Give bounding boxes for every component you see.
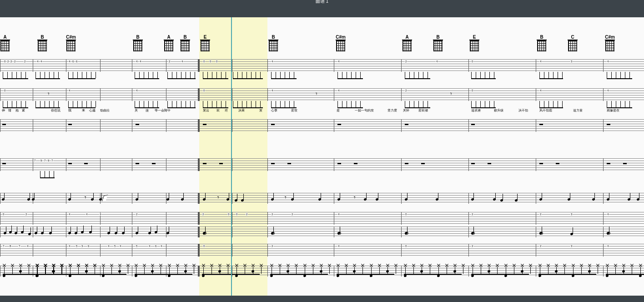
lyric-syllable[interactable]: 决不怕 xyxy=(518,108,528,113)
lyric-syllable[interactable]: 爱双倾 xyxy=(418,108,428,113)
guitar1-tab[interactable]: 0222244466442400044240434 xyxy=(0,59,644,72)
snare[interactable] xyxy=(420,270,423,273)
snare[interactable] xyxy=(386,270,389,273)
tab-fret[interactable]: 4 xyxy=(148,245,151,247)
whole-note[interactable] xyxy=(404,232,409,235)
tab-fret[interactable]: 6 xyxy=(72,60,74,63)
tab-fret[interactable]: 4 xyxy=(99,213,101,216)
kick[interactable] xyxy=(504,274,507,277)
tab-fret[interactable]: 8 xyxy=(9,245,11,247)
bass-tab[interactable]: 024442200222402234 xyxy=(0,212,644,225)
lyric-syllable[interactable]: 发 xyxy=(259,108,262,113)
tab-fret[interactable]: 4 xyxy=(40,60,42,63)
tab-fret[interactable]: 0 xyxy=(203,89,205,92)
tab-fret[interactable]: 5 xyxy=(114,245,116,247)
lyric-syllable[interactable]: 挂 xyxy=(146,108,149,113)
lyric-syllable[interactable]: 等一会附中 xyxy=(155,108,171,113)
tab-fret[interactable]: 4 xyxy=(337,213,340,216)
tab-fret[interactable]: 7 xyxy=(18,245,20,247)
tab-fret[interactable]: 4 xyxy=(107,245,110,247)
tab-fret[interactable]: 0 xyxy=(203,60,205,63)
tab-fret[interactable]: 2 xyxy=(271,213,273,216)
snare[interactable] xyxy=(118,270,121,273)
tab-fret[interactable]: 4 xyxy=(139,60,141,63)
snare[interactable] xyxy=(555,270,558,273)
chord-diagram[interactable]: C#m xyxy=(66,35,76,51)
tab-fret[interactable]: 2 xyxy=(271,245,273,247)
chord-diagram[interactable]: B xyxy=(133,35,143,51)
tab-fret[interactable]: 2 xyxy=(136,213,138,216)
tab-fret[interactable]: 7 xyxy=(51,159,53,162)
snare[interactable] xyxy=(319,270,322,273)
tab-fret[interactable]: 2 xyxy=(25,213,27,216)
lyric-syllable[interactable]: 一如一句的攻 xyxy=(355,108,374,113)
tab-fret[interactable]: 4 xyxy=(160,245,162,247)
whole-note[interactable] xyxy=(471,232,475,235)
chord-diagram[interactable]: B xyxy=(37,35,47,51)
chord-diagram[interactable]: A xyxy=(402,35,412,51)
tab-fret[interactable]: 4 xyxy=(68,89,70,92)
tab-fret[interactable]: 2 xyxy=(202,213,204,216)
tab-fret[interactable]: 2 xyxy=(291,213,293,216)
score-view[interactable]: ABC#mBABEBC#mABEBCC#m0222244466442400044… xyxy=(0,17,644,296)
chord-diagram[interactable]: C#m xyxy=(336,35,346,51)
tab-fret[interactable]: 4 xyxy=(86,213,88,216)
lyric-syllable[interactable]: 双 xyxy=(216,108,220,113)
snare[interactable] xyxy=(520,270,523,273)
whole-note[interactable] xyxy=(271,232,275,235)
tab-fret[interactable]: 3 xyxy=(570,213,573,216)
tab-fret[interactable]: 6 xyxy=(75,60,78,63)
lyric-syllable[interactable]: 坚力度 xyxy=(387,108,397,113)
tab-fret[interactable]: 6 xyxy=(155,245,157,247)
lyric-syllable[interactable]: 紧 xyxy=(22,108,25,113)
whole-note[interactable] xyxy=(539,232,543,235)
tab-fret[interactable]: 4 xyxy=(436,60,438,63)
tab-fret[interactable]: 3 xyxy=(570,60,573,63)
kick[interactable] xyxy=(605,274,609,277)
kick[interactable] xyxy=(437,274,440,277)
tab-fret[interactable]: 2 xyxy=(471,213,473,216)
tab-fret[interactable]: 7 xyxy=(34,159,36,162)
tab-fret[interactable]: 0 xyxy=(471,60,473,63)
lyric-syllable[interactable]: 伸 xyxy=(2,108,5,113)
tab-fret[interactable]: 4 xyxy=(181,60,183,63)
kick[interactable] xyxy=(538,274,541,277)
kick[interactable] xyxy=(270,274,273,277)
lyric-syllable[interactable]: 爱攻 xyxy=(291,108,297,113)
tab-fret[interactable]: 9 xyxy=(40,159,42,162)
whole-note[interactable] xyxy=(606,232,611,235)
lyric-syllable[interactable]: 关怀 xyxy=(403,108,409,113)
chord-diagram[interactable]: A xyxy=(0,35,10,51)
tab-fret[interactable]: 0 xyxy=(405,213,407,216)
lyric-syllable[interactable]: 追力量 xyxy=(573,108,583,113)
lyric-syllable[interactable]: 抱 xyxy=(15,108,19,113)
kick[interactable] xyxy=(639,274,642,277)
snare[interactable] xyxy=(218,270,221,273)
kick[interactable] xyxy=(336,274,339,277)
kick[interactable] xyxy=(35,274,38,277)
tab-fret[interactable]: 5 xyxy=(136,245,138,247)
tab-fret[interactable]: 7 xyxy=(2,245,5,247)
tab-fret[interactable]: 4 xyxy=(26,245,29,247)
lyric-syllable[interactable]: 情 xyxy=(8,108,11,113)
chord-diagram[interactable]: E xyxy=(469,35,479,51)
lyric-syllable[interactable]: 动由拉 xyxy=(100,108,110,113)
snare[interactable] xyxy=(19,270,22,273)
tab-fret[interactable]: 4 xyxy=(607,60,609,63)
kick[interactable] xyxy=(134,274,137,277)
guitar4-tab[interactable]: 79797 xyxy=(0,158,644,171)
kick[interactable] xyxy=(471,274,474,277)
snare[interactable] xyxy=(588,270,591,273)
chord-diagram[interactable]: B xyxy=(537,35,547,51)
tab-fret[interactable]: 2 xyxy=(539,245,542,247)
tab-fret[interactable]: 2 xyxy=(405,89,407,92)
lyric-syllable[interactable]: 追求挫 xyxy=(471,108,481,113)
tab-fret[interactable]: 7 xyxy=(44,159,46,162)
tab-fret[interactable]: 0 xyxy=(203,245,205,247)
tab-fret[interactable]: 4 xyxy=(136,89,138,92)
vocal[interactable]: 𝄾𝄾𝄾𝄾 xyxy=(0,193,644,204)
tab-fret[interactable]: 0 xyxy=(4,89,6,92)
chord-diagram[interactable]: B xyxy=(268,35,278,51)
kick[interactable] xyxy=(369,274,372,277)
lyric-syllable[interactable]: 坦 xyxy=(225,108,228,113)
